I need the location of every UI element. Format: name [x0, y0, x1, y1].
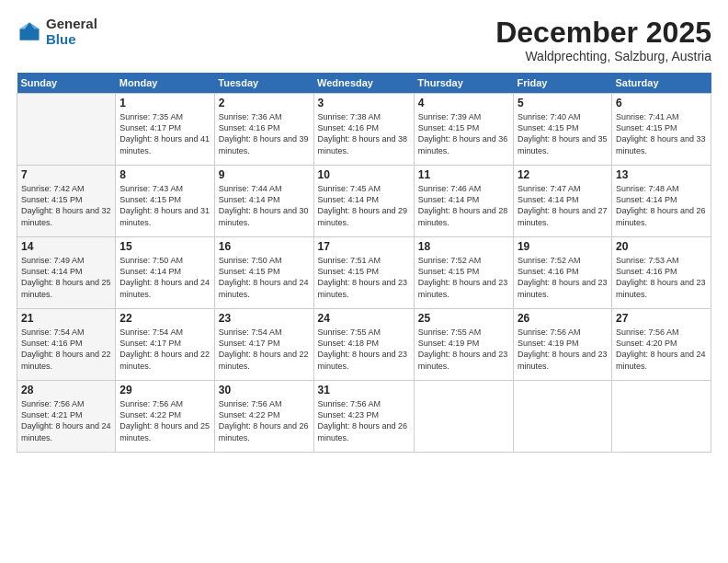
day-info: Sunrise: 7:50 AMSunset: 4:15 PMDaylight:… — [219, 255, 310, 300]
calendar-day: 11 Sunrise: 7:46 AMSunset: 4:14 PMDaylig… — [414, 166, 513, 237]
calendar-day: 1 Sunrise: 7:35 AMSunset: 4:17 PMDayligh… — [116, 94, 215, 166]
calendar-week-3: 14 Sunrise: 7:49 AMSunset: 4:14 PMDaylig… — [17, 237, 711, 309]
calendar-day: 2 Sunrise: 7:36 AMSunset: 4:16 PMDayligh… — [214, 94, 313, 166]
day-info: Sunrise: 7:56 AMSunset: 4:20 PMDaylight:… — [616, 327, 707, 372]
calendar-day: 4 Sunrise: 7:39 AMSunset: 4:15 PMDayligh… — [414, 94, 513, 166]
day-info: Sunrise: 7:40 AMSunset: 4:15 PMDaylight:… — [518, 111, 608, 156]
day-number: 26 — [518, 312, 608, 325]
day-number: 12 — [518, 168, 608, 181]
calendar-day: 19 Sunrise: 7:52 AMSunset: 4:16 PMDaylig… — [513, 237, 611, 309]
calendar-day: 27 Sunrise: 7:56 AMSunset: 4:20 PMDaylig… — [611, 309, 711, 381]
calendar-day: 26 Sunrise: 7:56 AMSunset: 4:19 PMDaylig… — [513, 309, 611, 381]
calendar-day: 13 Sunrise: 7:48 AMSunset: 4:14 PMDaylig… — [611, 166, 711, 237]
day-number: 7 — [21, 168, 111, 181]
day-info: Sunrise: 7:56 AMSunset: 4:23 PMDaylight:… — [318, 398, 410, 443]
location-text: Waldprechting, Salzburg, Austria — [495, 49, 711, 63]
calendar-day: 28 Sunrise: 7:56 AMSunset: 4:21 PMDaylig… — [17, 381, 116, 453]
calendar-day: 30 Sunrise: 7:56 AMSunset: 4:22 PMDaylig… — [214, 381, 313, 453]
logo-blue-text: Blue — [46, 32, 97, 48]
day-info: Sunrise: 7:45 AMSunset: 4:14 PMDaylight:… — [318, 183, 410, 228]
day-number: 23 — [219, 312, 310, 325]
header-friday: Friday — [513, 73, 611, 94]
logo: General Blue — [17, 17, 97, 47]
day-number: 4 — [418, 97, 509, 109]
day-number: 5 — [518, 97, 608, 109]
calendar-week-4: 21 Sunrise: 7:54 AMSunset: 4:16 PMDaylig… — [17, 309, 711, 381]
calendar-day: 24 Sunrise: 7:55 AMSunset: 4:18 PMDaylig… — [313, 309, 414, 381]
calendar-day: 25 Sunrise: 7:55 AMSunset: 4:19 PMDaylig… — [414, 309, 513, 381]
day-info: Sunrise: 7:53 AMSunset: 4:16 PMDaylight:… — [616, 255, 707, 300]
day-number: 21 — [21, 312, 111, 325]
day-number: 20 — [616, 240, 707, 253]
day-number: 17 — [318, 240, 410, 253]
day-number: 6 — [616, 97, 707, 109]
day-info: Sunrise: 7:52 AMSunset: 4:15 PMDaylight:… — [418, 255, 509, 300]
header-monday: Monday — [116, 73, 215, 94]
day-info: Sunrise: 7:42 AMSunset: 4:15 PMDaylight:… — [21, 183, 111, 228]
header-thursday: Thursday — [414, 73, 513, 94]
day-number: 15 — [119, 240, 210, 253]
day-number: 9 — [219, 168, 310, 181]
day-info: Sunrise: 7:36 AMSunset: 4:16 PMDaylight:… — [219, 111, 310, 156]
day-number: 11 — [418, 168, 509, 181]
calendar-day: 21 Sunrise: 7:54 AMSunset: 4:16 PMDaylig… — [17, 309, 116, 381]
day-info: Sunrise: 7:38 AMSunset: 4:16 PMDaylight:… — [318, 111, 410, 156]
day-number: 13 — [616, 168, 707, 181]
day-number: 14 — [21, 240, 111, 253]
calendar-day: 29 Sunrise: 7:56 AMSunset: 4:22 PMDaylig… — [116, 381, 215, 453]
calendar-day — [17, 94, 116, 166]
day-number: 19 — [518, 240, 608, 253]
calendar-day — [414, 381, 513, 453]
calendar-day: 31 Sunrise: 7:56 AMSunset: 4:23 PMDaylig… — [313, 381, 414, 453]
calendar-day — [611, 381, 711, 453]
calendar-day: 8 Sunrise: 7:43 AMSunset: 4:15 PMDayligh… — [116, 166, 215, 237]
day-info: Sunrise: 7:54 AMSunset: 4:16 PMDaylight:… — [21, 327, 111, 372]
day-info: Sunrise: 7:41 AMSunset: 4:15 PMDaylight:… — [616, 111, 707, 156]
header-saturday: Saturday — [611, 73, 711, 94]
header-tuesday: Tuesday — [214, 73, 313, 94]
day-number: 10 — [318, 168, 410, 181]
day-info: Sunrise: 7:56 AMSunset: 4:22 PMDaylight:… — [119, 398, 210, 443]
calendar-table: Sunday Monday Tuesday Wednesday Thursday… — [17, 73, 711, 453]
calendar-day: 7 Sunrise: 7:42 AMSunset: 4:15 PMDayligh… — [17, 166, 116, 237]
calendar-day: 14 Sunrise: 7:49 AMSunset: 4:14 PMDaylig… — [17, 237, 116, 309]
day-number: 2 — [219, 97, 310, 109]
calendar-day: 9 Sunrise: 7:44 AMSunset: 4:14 PMDayligh… — [214, 166, 313, 237]
calendar-day: 15 Sunrise: 7:50 AMSunset: 4:14 PMDaylig… — [116, 237, 215, 309]
day-info: Sunrise: 7:48 AMSunset: 4:14 PMDaylight:… — [616, 183, 707, 228]
day-info: Sunrise: 7:46 AMSunset: 4:14 PMDaylight:… — [418, 183, 509, 228]
day-info: Sunrise: 7:54 AMSunset: 4:17 PMDaylight:… — [119, 327, 210, 372]
page-header: General Blue December 2025 Waldprechting… — [17, 17, 711, 63]
day-info: Sunrise: 7:55 AMSunset: 4:19 PMDaylight:… — [418, 327, 509, 372]
day-number: 28 — [21, 384, 111, 396]
day-info: Sunrise: 7:54 AMSunset: 4:17 PMDaylight:… — [219, 327, 310, 372]
calendar-day: 12 Sunrise: 7:47 AMSunset: 4:14 PMDaylig… — [513, 166, 611, 237]
day-info: Sunrise: 7:56 AMSunset: 4:19 PMDaylight:… — [518, 327, 608, 372]
day-number: 8 — [119, 168, 210, 181]
day-number: 18 — [418, 240, 509, 253]
calendar-week-1: 1 Sunrise: 7:35 AMSunset: 4:17 PMDayligh… — [17, 94, 711, 166]
day-number: 22 — [119, 312, 210, 325]
day-number: 1 — [119, 97, 210, 109]
title-block: December 2025 Waldprechting, Salzburg, A… — [495, 17, 711, 63]
calendar-day: 16 Sunrise: 7:50 AMSunset: 4:15 PMDaylig… — [214, 237, 313, 309]
day-info: Sunrise: 7:44 AMSunset: 4:14 PMDaylight:… — [219, 183, 310, 228]
day-info: Sunrise: 7:39 AMSunset: 4:15 PMDaylight:… — [418, 111, 509, 156]
logo-icon — [17, 19, 42, 45]
day-info: Sunrise: 7:43 AMSunset: 4:15 PMDaylight:… — [119, 183, 210, 228]
day-number: 30 — [219, 384, 310, 396]
calendar-day: 22 Sunrise: 7:54 AMSunset: 4:17 PMDaylig… — [116, 309, 215, 381]
day-info: Sunrise: 7:56 AMSunset: 4:21 PMDaylight:… — [21, 398, 111, 443]
calendar-day — [513, 381, 611, 453]
calendar-week-5: 28 Sunrise: 7:56 AMSunset: 4:21 PMDaylig… — [17, 381, 711, 453]
header-sunday: Sunday — [17, 73, 116, 94]
day-number: 31 — [318, 384, 410, 396]
calendar-day: 18 Sunrise: 7:52 AMSunset: 4:15 PMDaylig… — [414, 237, 513, 309]
svg-marker-0 — [20, 22, 40, 40]
day-info: Sunrise: 7:50 AMSunset: 4:14 PMDaylight:… — [119, 255, 210, 300]
day-info: Sunrise: 7:35 AMSunset: 4:17 PMDaylight:… — [119, 111, 210, 156]
calendar-day: 20 Sunrise: 7:53 AMSunset: 4:16 PMDaylig… — [611, 237, 711, 309]
header-row: Sunday Monday Tuesday Wednesday Thursday… — [17, 73, 711, 94]
day-number: 27 — [616, 312, 707, 325]
month-title: December 2025 — [495, 17, 711, 49]
